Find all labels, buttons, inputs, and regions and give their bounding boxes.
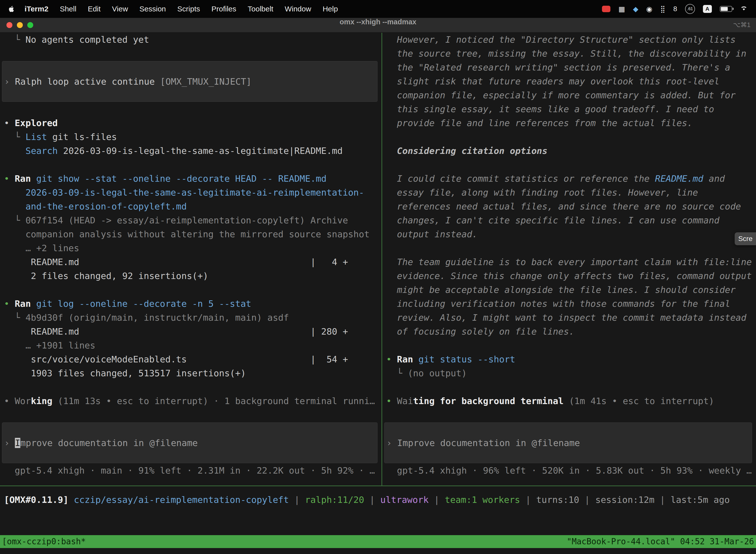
text-segment: › (386, 438, 397, 448)
terminal-line: references need actual files, and since … (382, 200, 756, 214)
blank-line (382, 158, 756, 172)
waiting-status: • Waiting for background terminal (1m 41… (382, 394, 756, 408)
grid-app-icon[interactable]: ▦ (618, 5, 625, 13)
input-source-icon[interactable]: A (703, 5, 712, 13)
apple-menu-icon[interactable] (8, 5, 15, 13)
text-segment: | (520, 495, 536, 505)
menu-session[interactable]: Session (134, 5, 172, 13)
text-segment: king (31, 396, 52, 406)
terminal-line: 2026-03-09-is-legal-the-same-as-legitima… (0, 186, 381, 200)
text-segment: README.md (655, 173, 703, 184)
battery-icon[interactable] (720, 6, 732, 12)
terminal-line: … +1901 lines (0, 339, 381, 352)
window-shortcut-hint: ⌥⌘1 (733, 18, 751, 32)
text-segment: evidence. Since this change only affects… (386, 271, 752, 281)
menu-scripts[interactable]: Scripts (172, 5, 206, 13)
terminal-line: output instead. (382, 227, 756, 241)
thinking-heading: Considering citation options (382, 144, 756, 158)
terminal-line: └ No agents completed yet (0, 33, 381, 47)
text-segment: mprove documentation in @filename (20, 438, 198, 448)
terminal-line: README.md | 4 + (0, 255, 381, 269)
status-divider (0, 486, 756, 486)
left-pane[interactable]: └ No agents completed yet› Ralph loop ac… (0, 33, 381, 486)
text-segment: • (4, 298, 15, 309)
screen: iTerm2ShellEditViewSessionScriptsProfile… (0, 0, 756, 554)
text-segment: I could cite commit statistics or refere… (386, 173, 655, 184)
text-segment: might be acceptable alongside the file l… (386, 285, 736, 295)
session-status: gpt-5.4 xhigh · main · 91% left · 2.31M … (0, 464, 381, 478)
blank-line (382, 380, 756, 394)
text-segment: • (4, 173, 15, 184)
terminal-line: and-the-erosion-of-copyleft.md (0, 200, 381, 214)
text-segment: 1903 files changed, 513517 insertions(+) (4, 368, 246, 378)
text-segment: | (579, 495, 595, 505)
terminal-line: changes, I can't cite specific file line… (382, 214, 756, 227)
terminal-line: essay file, along with finding root file… (382, 186, 756, 200)
circle-app-icon[interactable]: ◉ (646, 5, 652, 13)
text-segment: • (4, 118, 15, 128)
omx-status-line: [OMX#0.11.9] cczip/essay/ai-reimplementa… (4, 493, 730, 507)
terminal-line: I could cite commit statistics or refere… (382, 172, 756, 186)
drop-app-icon[interactable]: ◆ (633, 5, 638, 13)
menu-view[interactable]: View (107, 5, 134, 13)
session-status: gpt-5.4 xhigh · 96% left · 520K in · 5.8… (382, 464, 756, 478)
screen-notification[interactable]: Scre (735, 232, 756, 245)
terminal-line: The team guideline is to back every impo… (382, 255, 756, 269)
text-segment: README.md | 4 + (4, 257, 348, 267)
blank-line (0, 283, 381, 297)
menu-profiles[interactable]: Profiles (206, 5, 242, 13)
menu-shell[interactable]: Shell (54, 5, 82, 13)
text-segment: (11m 13s • esc to interrupt) · 1 backgro… (52, 396, 375, 406)
terminal-line: including verification notes with those … (382, 297, 756, 311)
text-segment: However, I noticed the "Directory Struct… (386, 35, 736, 45)
blank-line (0, 380, 381, 394)
terminal-line: companion analysis without altering the … (0, 227, 381, 241)
blank-line (0, 408, 381, 422)
tmux-session-label: [omx-cczip0:bash* (2, 535, 86, 548)
menu-help[interactable]: Help (317, 5, 344, 13)
text-segment: turns:10 (536, 495, 579, 505)
text-segment: git status --short (413, 354, 515, 365)
text-segment: 2026-03-09-is-legal-the-same-as-legitima… (58, 146, 343, 156)
text-segment: git show --stat --oneline --decorate HEA… (31, 173, 326, 184)
terminal-line: the source tree, missing the essay. Stil… (382, 47, 756, 61)
text-segment: I (15, 438, 20, 448)
terminal-line: review. Also, I might want to inspect th… (382, 311, 756, 325)
dots-grid-icon[interactable]: ⣿ (660, 5, 666, 13)
text-segment: • Wor (4, 396, 31, 406)
text-segment: including verification notes with those … (386, 298, 730, 309)
tmux-host-time-label: "MacBook-Pro-44.local" 04:52 31-Mar-26 (567, 535, 754, 548)
text-segment: changes, I can't cite specific file line… (386, 215, 719, 225)
text-segment: src/voice/voiceModeEnabled.ts | 54 + (4, 354, 348, 365)
screen-recording-indicator-icon[interactable] (602, 6, 611, 12)
text-segment: cczip/essay/ai-reimplementation-copyleft (74, 495, 289, 505)
terminal-line: 1903 files changed, 513517 insertions(+) (0, 366, 381, 380)
text-segment: this single essay, it seems like a good … (386, 104, 714, 114)
terminal-line: slight risk that future readers may over… (382, 74, 756, 88)
battery-percent-icon[interactable]: .61 (685, 4, 695, 14)
terminal-line: src/voice/voiceModeEnabled.ts | 54 + (0, 352, 381, 366)
wifi-icon[interactable] (740, 5, 748, 13)
menu-edit[interactable]: Edit (82, 5, 107, 13)
text-segment: Wai (397, 396, 413, 406)
text-segment: ralph:11/20 (305, 495, 364, 505)
menu-iterm2[interactable]: iTerm2 (19, 5, 54, 13)
text-segment: Ran (397, 354, 413, 365)
ralph-loop-banner: › Ralph loop active continue [OMX_TMUX_I… (2, 61, 378, 102)
text-segment: slight risk that future readers may over… (386, 76, 719, 87)
right-pane[interactable]: However, I noticed the "Directory Struct… (382, 33, 756, 486)
text-segment: No agents completed yet (25, 35, 149, 45)
stats-app-icon[interactable]: 8 (673, 5, 677, 13)
menu-toolbelt[interactable]: Toolbelt (242, 5, 279, 13)
text-segment: last:5m ago (671, 495, 730, 505)
prompt-input[interactable]: › Improve documentation in @filename (2, 423, 378, 463)
blank-line (0, 158, 381, 172)
text-segment: 2026-03-09-is-legal-the-same-as-legitima… (4, 187, 364, 198)
text-segment (4, 146, 25, 156)
terminal-line: 2 files changed, 92 insertions(+) (0, 269, 381, 283)
prompt-input[interactable]: › Improve documentation in @filename (384, 423, 752, 463)
menu-window[interactable]: Window (279, 5, 317, 13)
tmux-status-bar: [omx-cczip0:bash* "MacBook-Pro-44.local"… (0, 535, 756, 548)
blank-line (382, 408, 756, 422)
window-titlebar[interactable]: omx --xhigh --madmax ⌥⌘1 (0, 18, 756, 33)
